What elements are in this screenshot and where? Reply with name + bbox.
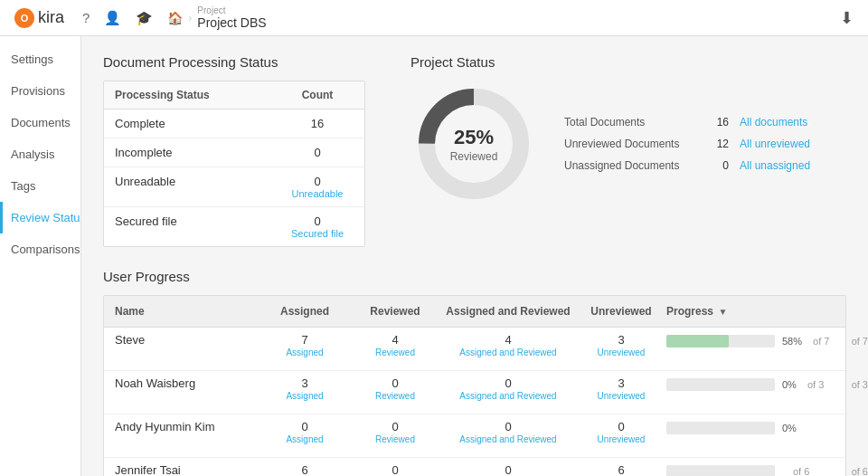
col-unreviewed-header: Unreviewed <box>576 305 666 318</box>
of-max: of 7 <box>852 336 868 347</box>
table-row: Steve 7 Assigned 4 Reviewed 4 Assigned a… <box>104 328 845 371</box>
processing-row: Unreadable 0 Unreadable <box>104 167 364 207</box>
user-name: Jennifer Tsai <box>115 463 259 476</box>
learn-icon[interactable]: 🎓 <box>136 10 153 26</box>
processing-rows: Complete 16 Incomplete 0 Unreadable 0 Un… <box>104 109 364 246</box>
user-name: Noah Waisberg <box>115 376 259 390</box>
progress-bar-bg <box>666 465 775 476</box>
ar-link[interactable]: Assigned and Reviewed <box>440 347 576 357</box>
donut-area: 25% Reviewed Total Documents 16 All docu… <box>410 81 846 207</box>
sidebar-item-review-status[interactable]: Review Status <box>0 202 80 233</box>
sidebar-item-analysis[interactable]: Analysis <box>0 138 80 170</box>
progress-rows: Steve 7 Assigned 4 Reviewed 4 Assigned a… <box>104 328 845 476</box>
assigned-link[interactable]: Assigned <box>259 347 350 357</box>
processing-row: Complete 16 <box>104 109 364 138</box>
breadcrumb: 🏠 › Project Project DBS <box>167 6 266 30</box>
reviewed-cell: 0 Reviewed <box>350 463 440 476</box>
proc-count: 16 <box>281 117 354 130</box>
help-icon[interactable]: ? <box>82 10 90 25</box>
progress-table: Name Assigned Reviewed Assigned and Revi… <box>103 295 846 476</box>
assigned-link[interactable]: Assigned <box>259 434 350 444</box>
download-icon[interactable]: ⬇ <box>840 9 854 27</box>
processing-row: Incomplete 0 <box>104 138 364 167</box>
user-progress-title: User Progress <box>103 269 846 284</box>
proc-status-label: Unreadable <box>115 175 281 188</box>
sidebar-item-provisions[interactable]: Provisions <box>0 75 80 107</box>
user-name: Steve <box>115 333 259 347</box>
main-content: Document Processing Status Processing St… <box>81 36 868 476</box>
progress-bar-wrap: 0% <box>666 422 835 434</box>
stat-link[interactable]: All documents <box>740 116 807 129</box>
progress-bar-wrap: of 6 of 6 <box>666 465 835 476</box>
proc-count: 0 Secured file <box>281 214 354 239</box>
top-panels: Document Processing Status Processing St… <box>103 54 846 247</box>
top-nav-right: ⬇ <box>840 8 854 28</box>
reviewed-link[interactable]: Reviewed <box>350 434 440 444</box>
donut-sublabel: Reviewed <box>450 150 498 163</box>
table-row: Noah Waisberg 3 Assigned 0 Reviewed 0 As… <box>104 371 845 414</box>
project-label: Project <box>197 6 266 15</box>
unreviewed-cell: 0 Unreviewed <box>576 420 666 444</box>
project-status-panel: Project Status 25% Revi <box>410 54 846 247</box>
stat-link[interactable]: All unassigned <box>740 159 810 172</box>
sort-icon[interactable]: ▼ <box>718 307 727 317</box>
stat-value: 12 <box>702 138 729 150</box>
proc-link[interactable]: Unreadable <box>281 188 354 199</box>
nav-icons: ? 👤 🎓 <box>82 10 153 26</box>
user-progress-panel: User Progress Name Assigned Reviewed Ass… <box>103 269 846 476</box>
assigned-cell: 3 Assigned <box>259 376 350 401</box>
sidebar-item-settings[interactable]: Settings <box>0 43 80 75</box>
donut-label: 25% Reviewed <box>442 126 505 163</box>
doc-processing-title: Document Processing Status <box>103 54 374 70</box>
unreviewed-link[interactable]: Unreviewed <box>576 347 666 357</box>
reviewed-link[interactable]: Reviewed <box>350 347 440 357</box>
col-assigned-header: Assigned <box>259 305 350 318</box>
user-icon[interactable]: 👤 <box>104 10 121 26</box>
progress-pct: 0% <box>782 379 797 390</box>
ar-link[interactable]: Assigned and Reviewed <box>440 391 576 401</box>
stat-row: Unreviewed Documents 12 All unreviewed <box>564 138 810 150</box>
unreviewed-cell: 3 Unreviewed <box>576 333 666 357</box>
assigned-link[interactable]: Assigned <box>259 391 350 401</box>
assigned-cell: 6 Assigned <box>259 463 350 476</box>
project-name: Project DBS <box>197 15 266 30</box>
stat-label: Unassigned Documents <box>564 159 691 172</box>
of-max-label: of 6 <box>793 466 809 476</box>
sidebar-item-comparisons[interactable]: Comparisons <box>0 233 80 265</box>
assigned-cell: 0 Assigned <box>259 420 350 444</box>
layout: SettingsProvisionsDocumentsAnalysisTagsR… <box>0 36 868 476</box>
stat-link[interactable]: All unreviewed <box>740 138 810 150</box>
col-reviewed-header: Reviewed <box>350 305 440 318</box>
progress-table-header: Name Assigned Reviewed Assigned and Revi… <box>104 296 845 328</box>
processing-table: Processing Status Count Complete 16 Inco… <box>103 81 365 247</box>
proc-link[interactable]: Secured file <box>281 228 354 239</box>
table-row: Andy Hyunmin Kim 0 Assigned 0 Reviewed 0… <box>104 414 845 458</box>
project-stats: Total Documents 16 All documents Unrevie… <box>564 116 810 172</box>
home-icon[interactable]: 🏠 <box>167 11 183 25</box>
project-status-title: Project Status <box>410 54 846 70</box>
progress-cell: of 7 58% of 7 <box>666 333 835 347</box>
logo[interactable]: O kira <box>14 8 64 28</box>
col-count-header: Count <box>281 89 354 101</box>
assigned-reviewed-cell: 4 Assigned and Reviewed <box>440 333 576 357</box>
reviewed-link[interactable]: Reviewed <box>350 391 440 401</box>
unreviewed-cell: 6 Unreviewed <box>576 463 666 476</box>
assigned-reviewed-cell: 0 Assigned and Reviewed <box>440 376 576 401</box>
progress-cell: of 3 0% of 3 <box>666 376 835 391</box>
stat-row: Total Documents 16 All documents <box>564 116 810 129</box>
stat-label: Total Documents <box>564 116 691 129</box>
progress-bar-bg <box>666 335 775 347</box>
table-row: Jennifer Tsai 6 Assigned 0 Reviewed 0 As… <box>104 458 845 476</box>
sidebar-item-tags[interactable]: Tags <box>0 170 80 202</box>
proc-status-label: Incomplete <box>115 146 281 159</box>
doc-processing-panel: Document Processing Status Processing St… <box>103 54 374 247</box>
assigned-reviewed-cell: 0 Assigned and Reviewed <box>440 420 576 444</box>
stat-value: 0 <box>702 159 729 172</box>
reviewed-cell: 0 Reviewed <box>350 420 440 444</box>
sidebar-item-documents[interactable]: Documents <box>0 107 80 138</box>
unreviewed-link[interactable]: Unreviewed <box>576 391 666 401</box>
ar-link[interactable]: Assigned and Reviewed <box>440 434 576 444</box>
progress-cell: 0% <box>666 420 835 434</box>
unreviewed-link[interactable]: Unreviewed <box>576 434 666 444</box>
logo-text: kira <box>38 8 64 27</box>
